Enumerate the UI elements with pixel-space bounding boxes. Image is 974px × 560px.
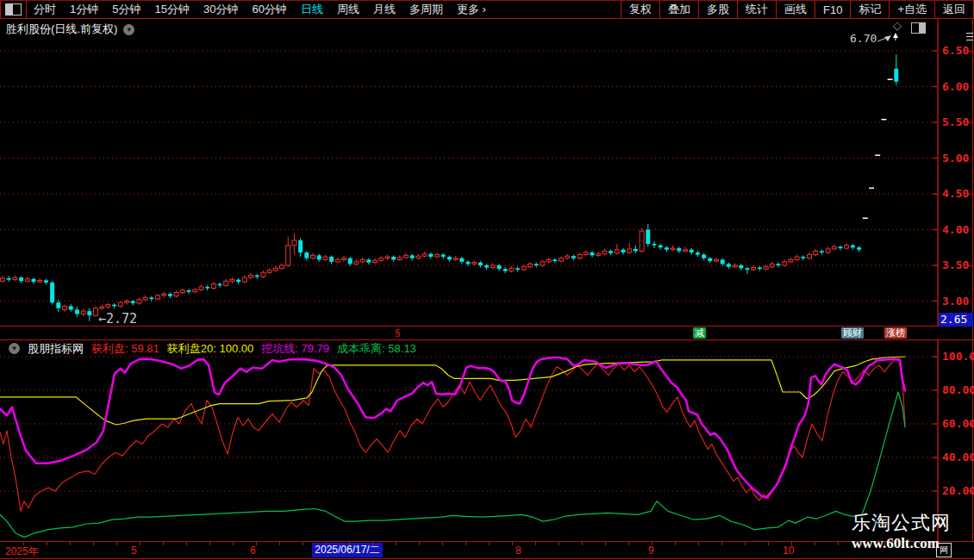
stock-title: 胜利股份(日线.前复权)	[6, 22, 117, 37]
high-price-annotation: 6.70	[850, 32, 877, 45]
date-label: 5	[131, 544, 137, 557]
indicator-tick-label: 40.00	[942, 451, 974, 464]
date-tick	[256, 542, 257, 545]
indicator-header: ▾ 股朋指标网 获利盘: 59.81 获利盘20: 100.00 挖坑线: 79…	[3, 342, 416, 355]
tab-multi-period[interactable]: 多周期	[409, 2, 443, 17]
date-tick	[768, 542, 769, 545]
split-pane-icon[interactable]	[911, 22, 926, 34]
indicator-tick-label: 100.00	[942, 350, 974, 363]
date-label: 10	[783, 544, 794, 557]
date-label: 9	[648, 544, 654, 557]
window-grid-icon[interactable]: 网	[936, 543, 952, 557]
price-axis: 2.65 6.506.005.505.004.504.003.503.00	[939, 19, 973, 327]
indicator-gridlines	[0, 357, 938, 491]
mark-button[interactable]: 标记	[850, 1, 889, 18]
indicator-chart[interactable]	[0, 340, 939, 541]
layout-toggle-button[interactable]	[0, 1, 27, 18]
date-tick	[140, 542, 140, 545]
series-获利盘	[0, 358, 905, 511]
price-tick-label: 5.50	[942, 115, 969, 128]
more-button[interactable]: 更多 ›	[457, 2, 486, 17]
legend-wakengxian: 挖坑线: 79.79	[261, 341, 329, 357]
stats-button[interactable]: 统计	[737, 1, 776, 18]
date-tick	[349, 542, 350, 545]
indicator-tick-label: 80.00	[942, 383, 974, 396]
legend-chengbenguaili: 成本乖离: 58.13	[337, 341, 416, 357]
chart-title-row: 胜利股份(日线.前复权) ▾	[6, 22, 134, 37]
date-tick	[815, 542, 815, 545]
adjust-button[interactable]: 复权	[621, 1, 659, 18]
date-tick	[675, 542, 676, 545]
tab-monthly[interactable]: 月线	[373, 2, 396, 17]
event-marker-strip: §减顾财涨榜	[0, 327, 938, 339]
price-tick-label: 6.50	[942, 44, 969, 57]
date-tick	[628, 542, 629, 545]
price-tick-label: 3.50	[942, 258, 969, 271]
date-tick	[512, 542, 513, 545]
reduction-marker[interactable]: 减	[693, 327, 706, 339]
top-toolbar: 分时1分钟5分钟15分钟30分钟60分钟日线周线月线多周期更多 › 复权叠加多股…	[0, 0, 974, 19]
high-annotation-arrow	[877, 33, 898, 41]
tab-60min[interactable]: 60分钟	[252, 2, 286, 17]
date-tick	[419, 542, 420, 545]
date-tick	[163, 542, 164, 545]
date-tick	[209, 542, 210, 545]
tab-weekly[interactable]: 周线	[337, 2, 359, 17]
tab-daily[interactable]: 日线	[301, 2, 323, 17]
date-label: 2025年	[5, 544, 39, 559]
low-price-annotation: ←2.72	[98, 311, 137, 327]
tab-30min[interactable]: 30分钟	[203, 2, 238, 17]
date-tick	[70, 542, 71, 545]
date-tick	[582, 542, 583, 545]
date-tick	[396, 542, 396, 545]
tab-15min[interactable]: 15分钟	[154, 2, 189, 17]
tab-1min[interactable]: 1分钟	[70, 2, 98, 17]
f10-button[interactable]: F10	[815, 1, 850, 18]
date-tick	[605, 542, 606, 545]
date-tick	[279, 542, 280, 545]
date-tick	[489, 542, 490, 545]
date-tick	[698, 542, 699, 545]
draw-line-button[interactable]: 画线	[776, 1, 815, 18]
tab-timeshare[interactable]: 分时	[34, 2, 56, 17]
date-tick	[326, 542, 327, 545]
split-pane-icon	[5, 3, 22, 16]
tab-5min[interactable]: 5分钟	[112, 2, 140, 17]
overlay-button[interactable]: 叠加	[659, 1, 698, 18]
add-watchlist-button[interactable]: +自选	[889, 1, 934, 18]
candles-layer	[1, 54, 899, 321]
gucai-marker[interactable]: 顾财	[841, 327, 864, 339]
date-tick	[535, 542, 536, 545]
series-成本乖离	[0, 392, 905, 538]
main-candlestick-chart[interactable]	[0, 19, 939, 327]
date-tick	[372, 542, 373, 545]
date-tick	[465, 542, 466, 545]
multi-stock-button[interactable]: 多股	[698, 1, 737, 18]
legend-huolipan20: 获利盘20: 100.00	[167, 341, 253, 357]
tool-buttons: 复权叠加多股统计画线F10标记+自选返回	[621, 1, 974, 18]
series-挖坑线	[0, 358, 905, 497]
period-tabs: 分时1分钟5分钟15分钟30分钟60分钟日线周线月线多周期更多 ›	[27, 2, 493, 17]
dividend-marker[interactable]: §	[393, 327, 402, 339]
scroll-handle-icon[interactable]	[966, 33, 973, 43]
chevron-down-icon[interactable]: ▾	[123, 24, 134, 35]
date-tick	[303, 542, 303, 545]
price-tick-label: 3.00	[942, 295, 969, 308]
date-axis: 2025/06/17/二 2025年568910	[0, 541, 974, 559]
watermark: 乐淘公式网 www.60lt.com	[852, 513, 972, 552]
zhangbang-marker[interactable]: 涨榜	[884, 327, 907, 339]
indicator-tick-label: 20.00	[942, 484, 974, 497]
price-tick-label: 4.00	[942, 223, 969, 236]
watermark-site-name: 乐淘公式网	[852, 513, 972, 533]
date-tick	[559, 542, 559, 545]
date-tick	[442, 542, 443, 545]
date-label: 6	[250, 544, 256, 557]
date-tick	[116, 542, 117, 545]
date-label: 8	[515, 544, 521, 557]
diamond-icon[interactable]: ◇	[893, 19, 902, 32]
indicator-name[interactable]: 股朋指标网	[28, 341, 84, 357]
date-tick	[186, 542, 187, 545]
chevron-down-icon[interactable]: ▾	[9, 343, 20, 354]
date-tick	[233, 542, 234, 545]
back-button[interactable]: 返回	[934, 1, 974, 18]
